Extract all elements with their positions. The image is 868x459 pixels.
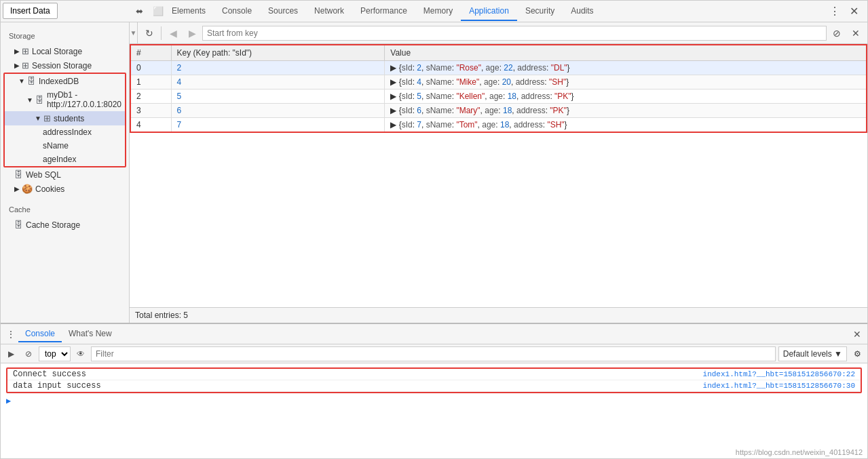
sidebar-item-sname[interactable]: sName [5,139,125,153]
db-icon: 🗄 [27,76,36,86]
cell-value: ▶ {sId: 4, sName: "Mike", age: 20, addre… [385,75,867,89]
arrow-down-icon: ▼ [18,77,25,85]
status-bar: Total entries: 5 [130,307,867,323]
cell-index: 0 [130,61,171,75]
table-row[interactable]: 36▶ {sId: 6, sName: "Mary", age: 18, add… [130,104,867,118]
cell-index: 3 [130,104,171,118]
forward-button[interactable]: ▶ [183,24,201,42]
cookies-label: Cookies [35,184,64,194]
close-button[interactable]: ✕ [847,24,865,42]
indexed-db-section: ▼ 🗄 IndexedDB ▼ 🗄 myDb1 - http://127.0.0… [3,73,126,167]
toolbar: ↻ ◀ ▶ ⊘ ✕ [138,22,867,44]
content-toolbar-row: ▼ ↻ ◀ ▶ ⊘ ✕ [130,22,867,44]
console-src-0[interactable]: index1.html?__hbt=1581512856670:22 [703,370,855,378]
mydb-label: myDb1 - http://127.0.0.1:8020 [47,90,121,109]
students-label: students [54,114,84,123]
more-console-icon[interactable]: ⋮ [3,327,18,342]
sidebar-item-students[interactable]: ▼ ⊞ students [5,111,125,125]
tab-memory[interactable]: Memory [415,2,461,21]
arrow-icon: ▶ [14,47,20,55]
data-table: # Key (Key path: "sId") Value 02▶ {sId: … [130,44,867,133]
table-row[interactable]: 25▶ {sId: 5, sName: "Kellen", age: 18, a… [130,89,867,104]
settings-icon[interactable]: ⚙ [850,346,865,361]
web-sql-label: Web SQL [26,170,61,180]
console-line-0: Connect success index1.html?__hbt=158151… [7,369,861,380]
bottom-tabs: ⋮ Console What's New ✕ [1,324,867,344]
sname-label: sName [43,141,69,151]
tab-security[interactable]: Security [517,2,563,21]
block-button[interactable]: ⊘ [828,24,846,42]
sidebar-item-indexeddb[interactable]: ▼ 🗄 IndexedDB [5,74,125,88]
sidebar-item-age-index[interactable]: ageIndex [5,153,125,166]
indexeddb-label: IndexedDB [39,77,79,86]
local-storage-label: Local Storage [32,47,82,56]
console-filter-input[interactable] [91,346,776,361]
tab-sources[interactable]: Sources [260,2,306,21]
watermark: https://blog.csdn.net/weixin_40119412 [736,448,863,456]
cell-key: 7 [171,118,385,133]
sidebar-item-cache-storage[interactable]: 🗄 Cache Storage [1,218,129,232]
cell-value: ▶ {sId: 6, sName: "Mary", age: 18, addre… [385,104,867,118]
total-entries: Total entries: 5 [135,311,188,320]
eye-icon[interactable]: 👁 [73,346,88,361]
tab-elements[interactable]: Elements [164,2,214,21]
block-console-icon[interactable]: ⊘ [21,346,36,361]
db-icon: 🗄 [35,95,44,105]
run-icon[interactable]: ▶ [3,346,18,361]
tab-application[interactable]: Application [461,2,517,21]
console-line-1: data input success index1.html?__hbt=158… [7,380,861,392]
table-body: 02▶ {sId: 2, sName: "Rose", age: 22, add… [130,61,867,133]
console-src-1[interactable]: index1.html?__hbt=1581512856670:30 [703,382,855,390]
tab-audits[interactable]: Audits [563,2,601,21]
tab-icons: ⋮ ✕ [827,3,867,20]
cache-storage-label: Cache Storage [26,220,80,230]
console-levels-label: Default levels ▼ [783,349,842,359]
sidebar-item-web-sql[interactable]: 🗄 Web SQL [1,167,129,182]
cell-index: 2 [130,89,171,104]
cache-section-title: Cache [1,201,129,218]
sidebar-item-local-storage[interactable]: ▶ ⊞ Local Storage [1,44,129,58]
scroll-arrow: ▼ [130,29,137,37]
sidebar-item-session-storage[interactable]: ▶ ⊞ Session Storage [1,58,129,73]
main-tabs: ElementsConsoleSourcesNetworkPerformance… [164,2,602,21]
console-levels-dropdown[interactable]: Default levels ▼ [778,346,847,361]
cell-value: ▶ {sId: 5, sName: "Kellen", age: 18, add… [385,89,867,104]
insert-data-button[interactable]: Insert Data [3,3,58,19]
tab-network[interactable]: Network [306,2,352,21]
sidebar-item-cookies[interactable]: ▶ 🍪 Cookies [1,182,129,196]
start-from-key-input[interactable] [202,26,827,41]
more-icon[interactable]: ⋮ [827,3,843,20]
separator [161,26,162,40]
arrow-down-icon: ▼ [26,96,33,104]
tab-whats-new[interactable]: What's New [62,326,119,342]
tab-console[interactable]: Console [214,2,260,21]
close-devtools-icon[interactable]: ✕ [846,3,862,20]
tab-console[interactable]: Console [18,326,62,342]
refresh-button[interactable]: ↻ [140,24,158,42]
cell-value: ▶ {sId: 7, sName: "Tom", age: 18, addres… [385,118,867,133]
back-button[interactable]: ◀ [164,24,182,42]
tab-performance[interactable]: Performance [352,2,415,21]
content-area: ▼ ↻ ◀ ▶ ⊘ ✕ [130,22,867,323]
age-index-label: ageIndex [43,155,76,164]
table-header-row: # Key (Key path: "sId") Value [130,45,867,61]
db-icon: 🗄 [14,220,23,230]
close-bottom-panel[interactable]: ✕ [850,327,865,342]
table-row[interactable]: 02▶ {sId: 2, sName: "Rose", age: 22, add… [130,61,867,75]
sidebar-item-mydb[interactable]: ▼ 🗄 myDb1 - http://127.0.0.1:8020 [5,88,125,111]
console-text-0: Connect success [13,370,703,379]
table-row[interactable]: 14▶ {sId: 4, sName: "Mike", age: 20, add… [130,75,867,89]
cell-value: ▶ {sId: 2, sName: "Rose", age: 22, addre… [385,61,867,75]
cell-key: 2 [171,61,385,75]
console-highlight-box: Connect success index1.html?__hbt=158151… [6,367,862,393]
sidebar-item-address-index[interactable]: addressIndex [5,125,125,139]
insert-data-button-wrapper: Insert Data [3,3,58,19]
console-prompt[interactable]: ▶ [1,395,867,407]
context-select[interactable]: top [39,346,71,361]
device-icon[interactable]: ⬜ [150,3,166,20]
sidebar: Storage ▶ ⊞ Local Storage ▶ ⊞ Session St… [1,22,130,323]
db-icon: ⊞ [22,60,29,71]
cursor-icon[interactable]: ⬌ [131,3,147,20]
console-text-1: data input success [13,381,703,391]
table-row[interactable]: 47▶ {sId: 7, sName: "Tom", age: 18, addr… [130,118,867,133]
